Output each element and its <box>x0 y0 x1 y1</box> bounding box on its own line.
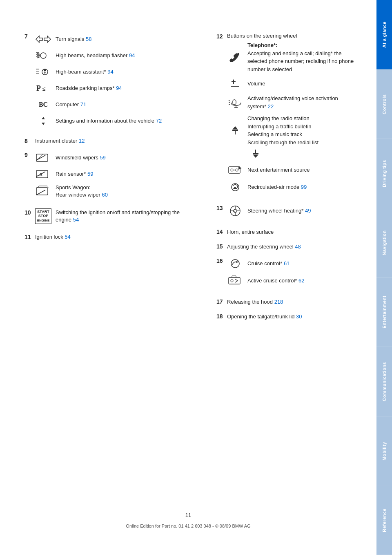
windshield-wipers-page[interactable]: 59 <box>100 154 105 161</box>
page-number: 11 <box>185 512 191 518</box>
computer-icon: BC <box>35 98 51 111</box>
rear-wiper-page[interactable]: 60 <box>102 192 107 198</box>
section-8: 8 Instrument cluster 12 <box>24 137 200 145</box>
item-windshield-wipers: Windshield wipers 59 <box>35 151 200 164</box>
cruise-control-icon <box>227 257 243 270</box>
section-11-number: 11 <box>24 234 32 240</box>
item-settings: Settings and information about the vehic… <box>35 114 200 128</box>
section-17-content: Releasing the hood 218 <box>227 298 360 306</box>
right-sidebar: At a glance Controls Driving tips Naviga… <box>376 0 392 555</box>
sidebar-tab-navigation[interactable]: Navigation <box>376 208 392 278</box>
high-beam-assistant-icon <box>35 65 51 78</box>
sidebar-tab-reference[interactable]: Reference <box>376 486 392 555</box>
svg-marker-19 <box>42 123 45 125</box>
item-parking-lamps: P ≤ Roadside parking lamps* 94 <box>35 82 200 95</box>
page-container: 7 <box>0 0 392 555</box>
item-telephone: Telephone*: Accepting and ending a call;… <box>227 41 360 73</box>
section-8-block: 8 Instrument cluster 12 <box>24 137 200 145</box>
svg-text:P: P <box>36 84 41 92</box>
windshield-wipers-icon <box>35 151 51 164</box>
item-recirculated-air: Recirculated-air mode 99 <box>227 181 360 194</box>
svg-line-30 <box>229 100 230 101</box>
parking-lamps-text: Roadside parking lamps* 94 <box>56 85 122 92</box>
turn-signals-page[interactable]: 58 <box>86 36 91 42</box>
parking-lamps-page[interactable]: 94 <box>116 85 122 91</box>
section-9-block: 9 <box>24 151 200 202</box>
ignition-lock-text: Ignition lock 54 <box>35 233 200 241</box>
high-beam-assistant-page[interactable]: 94 <box>107 69 113 75</box>
svg-point-56 <box>231 260 239 268</box>
steering-heating-page[interactable]: 49 <box>305 208 311 214</box>
section-10: 10 STARTSTOPENGINE Switching the ignitio… <box>24 209 200 227</box>
svg-line-27 <box>36 190 45 195</box>
active-cruise-text: Active cruise control* 62 <box>247 277 304 285</box>
section-17: 17 Releasing the hood 218 <box>216 298 360 306</box>
high-beams-page[interactable]: 94 <box>129 52 135 58</box>
bc-label: BC <box>39 101 48 108</box>
sidebar-tab-communications[interactable]: Communications <box>376 347 392 416</box>
sidebar-tab-at-a-glance[interactable]: At a glance <box>376 0 392 69</box>
steering-wheel-label: Buttons on the steering wheel <box>227 33 360 39</box>
settings-page[interactable]: 72 <box>156 118 162 124</box>
sidebar-tab-controls[interactable]: Controls <box>376 69 392 139</box>
section-14: 14 Horn, entire surface <box>216 228 360 236</box>
item-next-entertainment: ▶ Next entertainment source <box>227 163 360 177</box>
releasing-hood-page[interactable]: 218 <box>274 299 283 305</box>
recirculated-air-page[interactable]: 99 <box>301 184 307 190</box>
cruise-control-text: Cruise control* 61 <box>247 260 290 268</box>
ignition-start-page[interactable]: 54 <box>73 217 79 223</box>
recirculated-air-text: Recirculated-air mode 99 <box>247 183 307 191</box>
voice-activation-icon <box>227 96 243 109</box>
svg-marker-39 <box>253 154 258 158</box>
recirculated-air-icon <box>227 181 243 194</box>
section-18-block: 18 Opening the tailgate/trunk lid 30 <box>216 313 360 321</box>
active-cruise-icon <box>227 274 243 287</box>
releasing-hood-text: Releasing the hood 218 <box>227 298 360 306</box>
computer-text: Computer 71 <box>56 101 86 108</box>
svg-marker-36 <box>232 126 238 130</box>
parking-lamps-icon: P ≤ <box>35 82 51 95</box>
section-8-number: 8 <box>24 138 32 144</box>
settings-icon <box>35 114 51 128</box>
ignition-lock-page[interactable]: 54 <box>65 234 70 240</box>
svg-text:+: + <box>231 78 236 86</box>
section-14-block: 14 Horn, entire surface <box>216 228 360 236</box>
svg-text:≤: ≤ <box>42 85 46 92</box>
svg-text:▶: ▶ <box>238 166 242 170</box>
computer-page[interactable]: 71 <box>80 101 86 107</box>
voice-activation-page[interactable]: 22 <box>268 103 274 110</box>
telephone-icon <box>227 51 243 64</box>
item-volume: + Volume <box>227 77 360 90</box>
section-18-number: 18 <box>216 313 224 320</box>
section-16-number: 16 <box>216 257 224 264</box>
instrument-cluster-page[interactable]: 12 <box>79 138 85 144</box>
item-rain-sensor: A Rain sensor* 59 <box>35 168 200 181</box>
item-radio-station: Changing the radio station Interrupting … <box>227 114 360 146</box>
section-13-number: 13 <box>216 205 224 211</box>
active-cruise-page[interactable]: 62 <box>298 278 304 284</box>
section-13-block: 13 <box>216 204 360 222</box>
section-11: 11 Ignition lock 54 <box>24 233 200 241</box>
rear-wiper-text: Sports Wagon:Rear window wiper 60 <box>56 184 108 199</box>
sidebar-tab-driving-tips[interactable]: Driving tips <box>376 139 392 208</box>
section-18: 18 Opening the tailgate/trunk lid 30 <box>216 313 360 321</box>
svg-marker-0 <box>36 36 42 43</box>
svg-marker-48 <box>233 187 237 189</box>
section-16-content: Cruise control* 61 <box>227 257 360 291</box>
rain-sensor-page[interactable]: 59 <box>87 171 93 177</box>
sidebar-tab-mobility[interactable]: Mobility <box>376 416 392 486</box>
tailgate-page[interactable]: 30 <box>296 313 302 320</box>
section-7: 7 <box>24 33 200 131</box>
volume-text: Volume <box>247 80 265 88</box>
section-12: 12 Buttons on the steering wheel <box>216 33 360 198</box>
cruise-control-page[interactable]: 61 <box>284 260 290 266</box>
steering-adjust-text: Adjusting the steering wheel 48 <box>227 243 360 251</box>
steering-adjust-page[interactable]: 48 <box>295 244 301 250</box>
section-7-number: 7 <box>24 33 32 40</box>
item-steering-heating: ~ Steering wheel heating* 49 <box>227 204 360 217</box>
section-17-number: 17 <box>216 298 224 305</box>
section-14-content: Horn, entire surface <box>227 228 360 236</box>
section-8-content: Instrument cluster 12 <box>35 137 200 145</box>
main-content: 7 <box>0 0 376 555</box>
sidebar-tab-entertainment[interactable]: Entertainment <box>376 278 392 347</box>
